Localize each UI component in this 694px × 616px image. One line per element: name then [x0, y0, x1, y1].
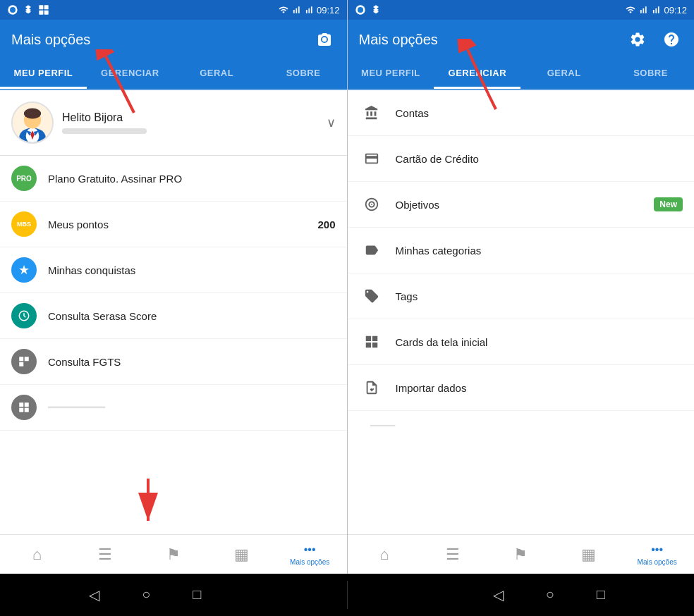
recent-button-left[interactable]: □	[193, 586, 201, 603]
network-icon	[291, 5, 301, 15]
menu-item-categorias[interactable]: Minhas categorias	[348, 228, 695, 273]
tab-meu-perfil-right[interactable]: MEU PERFIL	[348, 59, 434, 89]
menu-item-points[interactable]: MBS Meus pontos 200	[0, 202, 347, 247]
app-bar-right: Mais opções	[348, 20, 695, 59]
objetivos-icon	[359, 192, 384, 217]
back-button-right[interactable]: ◁	[493, 586, 504, 603]
menu-item-importar[interactable]: Importar dados	[348, 365, 695, 411]
camera-button[interactable]	[313, 28, 336, 51]
svg-rect-3	[44, 5, 49, 9]
tab-geral-right[interactable]: GERAL	[520, 59, 607, 89]
menu-label-contas: Contas	[396, 107, 683, 119]
app-bar-right-icons	[626, 28, 683, 51]
svg-rect-2	[39, 5, 43, 9]
svg-rect-21	[25, 408, 29, 412]
nav-flag-left[interactable]: ⚑	[139, 535, 207, 574]
nav-calendar-left[interactable]: ▦	[207, 535, 276, 574]
new-badge: New	[654, 197, 683, 211]
more-placeholder: ━━━━━	[370, 421, 395, 431]
svg-rect-4	[39, 11, 43, 15]
status-bar-right: 09:12	[279, 5, 340, 16]
svg-rect-16	[25, 357, 29, 361]
import-icon	[364, 380, 379, 395]
photos-icon	[38, 4, 49, 16]
profile-section[interactable]: Helito Bijora ∨	[0, 90, 347, 156]
menu-label-extra: ━━━━━━━━━	[48, 401, 336, 414]
menu-item-tags[interactable]: Tags	[348, 273, 695, 319]
tab-geral-left[interactable]: GERAL	[174, 59, 260, 89]
help-button[interactable]	[660, 28, 683, 51]
tabs-left: MEU PERFIL GERENCIAR GERAL SOBRE	[0, 59, 347, 90]
messaging-icon	[7, 4, 18, 16]
menu-item-contas[interactable]: Contas	[348, 90, 695, 136]
menu-item-cards[interactable]: Cards da tela inicial	[348, 319, 695, 365]
menu-item-cartao[interactable]: Cartão de Crédito	[348, 136, 695, 182]
target-icon	[364, 197, 379, 212]
svg-rect-18	[19, 402, 23, 407]
settings-button[interactable]	[626, 28, 649, 51]
importar-icon	[359, 375, 384, 400]
home-icon-right: ⌂	[379, 546, 389, 564]
tab-sobre-right[interactable]: SOBRE	[607, 59, 694, 89]
menu-label-serasa: Consulta Serasa Score	[48, 310, 336, 322]
menu-item-objetivos[interactable]: Objetivos New	[348, 182, 695, 228]
menu-item-pro[interactable]: PRO Plano Gratuito. Assinar PRO	[0, 156, 347, 202]
svg-point-11	[24, 108, 41, 118]
cartao-icon	[359, 146, 384, 171]
profile-email-placeholder	[62, 128, 147, 134]
nav-calendar-right[interactable]: ▦	[555, 535, 623, 574]
calendar-icon-right: ▦	[581, 546, 596, 564]
chevron-down-icon[interactable]: ∨	[327, 115, 336, 130]
bank-icon	[364, 105, 379, 121]
menu-item-serasa[interactable]: Consulta Serasa Score	[0, 293, 347, 339]
status-bar-left: 09:12	[0, 0, 347, 20]
tabs-right: MEU PERFIL GERENCIAR GERAL SOBRE	[348, 59, 695, 90]
nav-more-label-left: Mais opções	[290, 558, 329, 566]
profile-info: Helito Bijora	[62, 111, 327, 134]
recent-button-right[interactable]: □	[597, 586, 605, 603]
menu-item-fgts[interactable]: Consulta FGTS	[0, 339, 347, 385]
contas-icon	[359, 100, 384, 125]
conquistas-icon: ★	[11, 257, 37, 283]
pro-icon: PRO	[11, 166, 37, 191]
menu-label-conquistas: Minhas conquistas	[48, 264, 336, 276]
nav-list-left[interactable]: ☰	[71, 535, 140, 574]
svg-point-1	[10, 7, 16, 13]
tab-sobre-left[interactable]: SOBRE	[260, 59, 347, 89]
menu-item-more: ━━━━━	[348, 411, 695, 441]
tab-meu-perfil-left[interactable]: MEU PERFIL	[0, 59, 87, 89]
fgts-svg-icon	[18, 355, 30, 368]
nav-home-left[interactable]: ⌂	[3, 535, 71, 574]
status-bar-right: 09:12	[348, 0, 695, 20]
menu-item-conquistas[interactable]: ★ Minhas conquistas	[0, 247, 347, 293]
content-left: Helito Bijora ∨ PRO Plano Gratuito. Assi…	[0, 90, 347, 534]
svg-point-25	[358, 7, 363, 13]
nav-more-label-right: Mais opções	[638, 558, 677, 566]
credit-card-icon	[364, 151, 379, 166]
home-button-right[interactable]: ○	[546, 586, 554, 603]
status-bar-right-time: 09:12	[626, 5, 687, 16]
app-title-left: Mais opções	[11, 32, 90, 48]
menu-label-categorias: Minhas categorias	[396, 245, 683, 257]
menu-item-extra[interactable]: ━━━━━━━━━	[0, 385, 347, 431]
profile-name: Helito Bijora	[62, 111, 327, 124]
categorias-icon	[359, 238, 384, 263]
content-right: Contas Cartão de Crédito Objetivos New	[348, 90, 695, 534]
fgts-icon	[11, 349, 37, 374]
tab-gerenciar-right[interactable]: GERENCIAR	[434, 59, 520, 89]
nav-list-right[interactable]: ☰	[418, 535, 487, 574]
svg-rect-19	[25, 402, 29, 407]
nav-more-right[interactable]: ••• Mais opções	[623, 535, 691, 574]
home-button-left[interactable]: ○	[142, 586, 150, 603]
menu-label-objetivos: Objetivos	[396, 199, 655, 211]
points-icon: MBS	[11, 211, 37, 237]
nav-more-left[interactable]: ••• Mais opções	[276, 535, 344, 574]
dropbox-icon	[23, 4, 34, 16]
nav-flag-right[interactable]: ⚑	[487, 535, 555, 574]
nav-home-right[interactable]: ⌂	[351, 535, 419, 574]
android-nav-divider	[347, 581, 348, 609]
network2-icon	[304, 5, 314, 15]
tab-gerenciar-left[interactable]: GERENCIAR	[87, 59, 174, 89]
settings-icon	[629, 31, 646, 48]
back-button-left[interactable]: ◁	[89, 586, 99, 603]
